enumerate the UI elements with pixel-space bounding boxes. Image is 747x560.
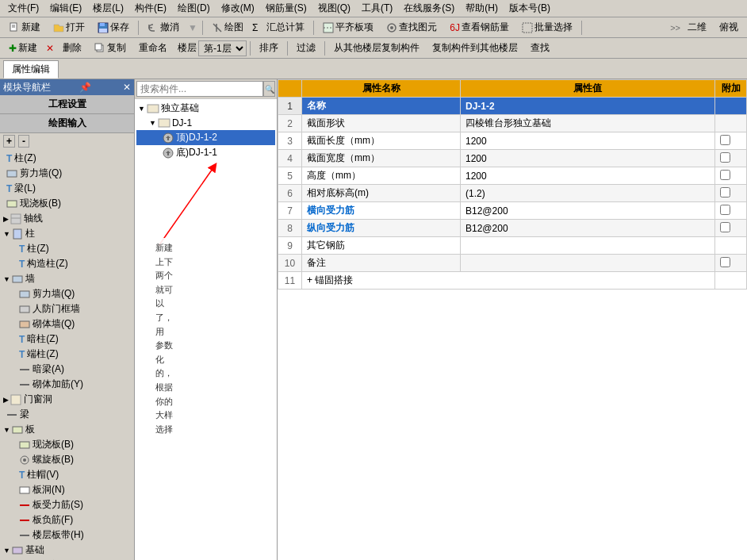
prop-name-11[interactable]: + 锚固搭接 — [302, 272, 715, 290]
menu-tools[interactable]: 工具(T) — [357, 1, 397, 16]
nav-item-colcap[interactable]: T 柱帽(V) — [0, 467, 134, 482]
menu-component[interactable]: 构件(E) — [130, 1, 171, 16]
add-check-4[interactable] — [720, 152, 730, 163]
nav-item-castslab[interactable]: 现浇板(B) — [0, 437, 134, 452]
prop-val-8[interactable]: B12@200 — [461, 220, 715, 237]
search-button[interactable]: 🔍 — [263, 81, 275, 97]
svg-rect-34 — [13, 547, 22, 554]
nav-group-foundation[interactable]: ▼ 基础 — [0, 543, 134, 558]
add-check-5[interactable] — [720, 170, 730, 180]
nav-item-slab[interactable]: 现浇板(B) — [0, 196, 134, 211]
sum-button[interactable]: 汇总计算 — [261, 19, 310, 36]
query-button[interactable]: 查找 — [525, 40, 555, 57]
prop-row-6: 6 相对底标高(m) (1.2) — [278, 185, 747, 202]
sort-button[interactable]: 排序 — [254, 40, 284, 57]
nav-group-wall[interactable]: ▼ 墙 — [0, 271, 134, 286]
menu-modify[interactable]: 修改(M) — [216, 1, 259, 16]
nav-item-ancol[interactable]: T 暗柱(Z) — [0, 332, 134, 347]
undo-button[interactable]: 撤消 — [142, 19, 185, 36]
nav-item-spiralslab[interactable]: 螺旋板(B) — [0, 452, 134, 467]
add-icon[interactable]: + — [3, 135, 15, 148]
prop-val-1[interactable]: DJ-1-2 — [461, 98, 715, 115]
filter-button[interactable]: 过滤 — [291, 40, 321, 57]
pin-icon[interactable]: 📌 — [79, 82, 91, 93]
comp-delete-button[interactable]: 删除 — [57, 40, 87, 57]
menu-view[interactable]: 视图(Q) — [313, 1, 355, 16]
prop-add-9 — [715, 237, 747, 255]
dim-2d-button[interactable]: 二维 — [682, 19, 712, 36]
add-check-7[interactable] — [720, 205, 730, 215]
search-input[interactable] — [136, 81, 263, 97]
layer-select[interactable]: 第-1层 — [198, 40, 247, 56]
nav-item-shearwall2[interactable]: 剪力墙(Q) — [0, 286, 134, 301]
prop-val-4[interactable]: 1200 — [461, 150, 715, 167]
comp-group-isolate[interactable]: ▼ 独立基础 — [136, 101, 275, 116]
menu-online[interactable]: 在线服务(S) — [399, 1, 459, 16]
dim-3d-button[interactable]: 俯视 — [714, 19, 744, 36]
batch-select-button[interactable]: 批量选择 — [516, 19, 578, 36]
copy-to-button[interactable]: 复制构件到其他楼层 — [427, 40, 523, 57]
nav-item-slabstressrebar[interactable]: 板受力筋(S) — [0, 497, 134, 512]
nav-item-shearwall[interactable]: 剪力墙(Q) — [0, 166, 134, 181]
menu-file[interactable]: 文件(F) — [3, 1, 44, 16]
prop-name-8[interactable]: 纵向受力筋 — [302, 220, 461, 237]
close-icon[interactable]: ✕ — [123, 82, 131, 93]
copy-from-button[interactable]: 从其他楼层复制构件 — [328, 40, 425, 57]
nav-item-masonry-rebar[interactable]: 砌体加筋(Y) — [0, 377, 134, 392]
prop-name-7[interactable]: 横向受力筋 — [302, 202, 461, 220]
add-check-8[interactable] — [720, 222, 730, 232]
prop-val-6[interactable]: (1.2) — [461, 185, 715, 202]
nav-item-anbeam[interactable]: 暗梁(A) — [0, 362, 134, 377]
nav-item-floorbelt[interactable]: 楼层板带(H) — [0, 527, 134, 543]
menu-rebar[interactable]: 钢筋量(S) — [261, 1, 312, 16]
add-check-3[interactable] — [720, 135, 730, 145]
nav-item-beam[interactable]: T 梁(L) — [0, 181, 134, 196]
menu-draw[interactable]: 绘图(D) — [173, 1, 215, 16]
save-button[interactable]: 保存 — [92, 19, 135, 36]
nav-item-beam2[interactable]: 梁 — [0, 407, 134, 422]
nav-group-opening[interactable]: ▶ 门窗洞 — [0, 392, 134, 407]
nav-item-endcol[interactable]: T 端柱(Z) — [0, 347, 134, 362]
comp-new-button[interactable]: ✚ 新建 — [3, 40, 43, 57]
svg-rect-12 — [95, 44, 102, 50]
nav-group-col[interactable]: ▼ 柱 — [0, 226, 134, 241]
remove-icon[interactable]: - — [18, 135, 29, 148]
tab-props[interactable]: 属性编辑 — [3, 60, 59, 79]
sep2 — [202, 21, 203, 35]
add-check-10[interactable] — [720, 257, 730, 267]
menu-version[interactable]: 版本号(B) — [504, 1, 555, 16]
comp-group-dj1[interactable]: ▼ DJ-1 — [136, 116, 275, 130]
nav-item-masonry-wall[interactable]: 砌体墙(Q) — [0, 316, 134, 332]
nav-item-airdef-wall[interactable]: 人防门框墙 — [0, 301, 134, 316]
comp-copy-button[interactable]: 复制 — [89, 40, 132, 57]
add-check-6[interactable] — [720, 187, 730, 198]
open-button[interactable]: 打开 — [48, 19, 90, 36]
nav-item-col-z[interactable]: T 柱(Z) — [0, 241, 134, 256]
flat-button[interactable]: 平齐板项 — [317, 19, 379, 36]
prop-val-7[interactable]: B12@200 — [461, 202, 715, 220]
nav-item-gouzao-col[interactable]: T 构造柱(Z) — [0, 256, 134, 271]
comp-rename-button[interactable]: 重命名 — [133, 40, 173, 57]
nav-item-slabnegrebar[interactable]: 板负筋(F) — [0, 512, 134, 527]
draw-button[interactable]: 绘图 — [206, 19, 249, 36]
nav-group-axis[interactable]: ▶ 轴线 — [0, 211, 134, 226]
prop-val-3[interactable]: 1200 — [461, 132, 715, 150]
section-draw-input[interactable]: 绘图输入 — [0, 114, 134, 133]
menu-floor[interactable]: 楼层(L) — [88, 1, 128, 16]
comp-item-bot-dj11[interactable]: 底)DJ-1-1 — [136, 145, 275, 160]
nav-item-column-z[interactable]: T 柱(Z) — [0, 151, 134, 166]
prop-val-10[interactable] — [461, 255, 715, 272]
nav-item-slabhole[interactable]: 板洞(N) — [0, 482, 134, 497]
section-project-settings[interactable]: 工程设置 — [0, 95, 134, 114]
menu-edit[interactable]: 编辑(E) — [45, 1, 86, 16]
rebar-view-button[interactable]: 6J 查看钢筋量 — [444, 19, 515, 36]
prop-val-9[interactable] — [461, 237, 715, 255]
comp-item-top-dj12[interactable]: 顶)DJ-1-2 — [136, 130, 275, 145]
nav-group-slab[interactable]: ▼ 板 — [0, 422, 134, 437]
new-button[interactable]: 新建 — [3, 19, 46, 36]
prop-val-5[interactable]: 1200 — [461, 167, 715, 185]
prop-val-2[interactable]: 四棱锥台形独立基础 — [461, 115, 715, 132]
menu-help[interactable]: 帮助(H) — [461, 1, 503, 16]
col-num-header — [278, 80, 302, 98]
view-elem-button[interactable]: 查找图元 — [381, 19, 442, 36]
